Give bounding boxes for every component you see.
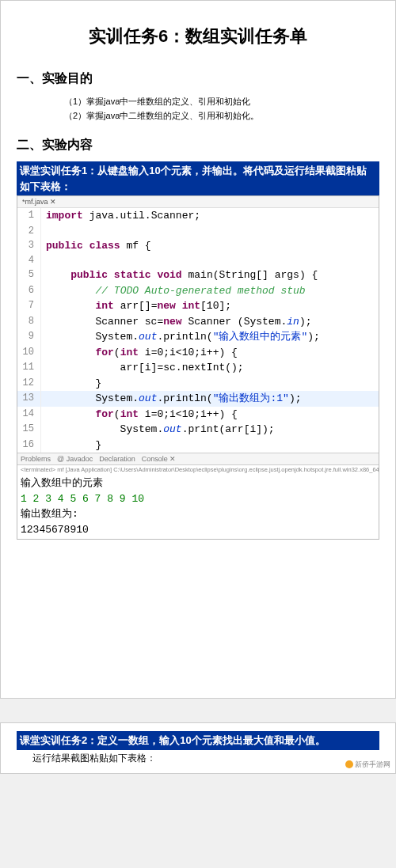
code-line: 7 int arr[]=new int[10]; xyxy=(17,298,379,314)
code-source: import java.util.Scanner; xyxy=(41,208,379,224)
section-1-items: （1）掌握java中一维数组的定义、引用和初始化 （2）掌握java中二维数组的… xyxy=(64,95,379,123)
task2-header: 课堂实训任务2：定义一数组，输入10个元素找出最大值和最小值。 xyxy=(17,731,379,750)
tab-declaration: Declaration xyxy=(99,455,135,463)
line-number: 1 xyxy=(17,208,41,224)
code-line: 2 xyxy=(17,224,379,238)
code-editor: *mf.java ✕ 1import java.util.Scanner;23p… xyxy=(17,195,379,540)
section-1-heading: 一、实验目的 xyxy=(17,70,379,87)
code-line: 8 Scanner sc=new Scanner (System.in); xyxy=(17,314,379,330)
line-number: 11 xyxy=(17,360,41,376)
line-number: 5 xyxy=(17,267,41,283)
code-line: 10 for(int i=0;i<10;i++) { xyxy=(17,345,379,361)
code-source: System.out.print(arr[i]); xyxy=(41,422,379,438)
code-line: 6 // TODO Auto-generated method stub xyxy=(17,283,379,299)
code-source: System.out.println("输入数组中的元素"); xyxy=(41,329,379,345)
line-number: 4 xyxy=(17,253,41,267)
line-number: 3 xyxy=(17,238,41,254)
code-source: public static void main(String[] args) { xyxy=(41,267,379,283)
line-number: 13 xyxy=(17,391,41,407)
code-source: } xyxy=(41,376,379,392)
line-number: 8 xyxy=(17,314,41,330)
code-source xyxy=(41,253,379,267)
code-line: 5 public static void main(String[] args)… xyxy=(17,267,379,283)
editor-tab: *mf.java ✕ xyxy=(17,196,379,208)
code-source: for(int i=0;i<10;i++) { xyxy=(41,345,379,361)
console-line: 输出数组为: xyxy=(21,506,375,522)
line-number: 14 xyxy=(17,407,41,423)
line-number: 9 xyxy=(17,329,41,345)
line-number: 7 xyxy=(17,298,41,314)
code-source: arr[i]=sc.nextInt(); xyxy=(41,360,379,376)
tab-console: Console ✕ xyxy=(142,455,177,463)
code-line: 13 System.out.println("输出数组为:1"); xyxy=(17,391,379,407)
console-line: 输入数组中的元素 xyxy=(21,476,375,491)
tab-javadoc: @ Javadoc xyxy=(57,455,93,463)
code-area: 1import java.util.Scanner;23public class… xyxy=(17,208,379,453)
section-2-heading: 二、实验内容 xyxy=(17,137,379,154)
code-source: public class mf { xyxy=(41,238,379,254)
task2-subnote: 运行结果截图粘贴如下表格： xyxy=(32,752,379,765)
task1-header: 课堂实训任务1：从键盘输入10个元素，并输出。将代码及运行结果截图粘贴如下表格： xyxy=(17,161,379,195)
code-source: // TODO Auto-generated method stub xyxy=(41,283,379,299)
watermark-icon xyxy=(345,760,353,768)
code-source: System.out.println("输出数组为:1"); xyxy=(41,391,379,407)
code-line: 1import java.util.Scanner; xyxy=(17,208,379,224)
code-line: 3public class mf { xyxy=(17,238,379,254)
watermark: 新侨手游网 xyxy=(345,760,390,770)
code-source: } xyxy=(41,438,379,453)
code-source: Scanner sc=new Scanner (System.in); xyxy=(41,314,379,330)
page-title: 实训任务6：数组实训任务单 xyxy=(17,25,379,48)
document-page-1: 实训任务6：数组实训任务单 一、实验目的 （1）掌握java中一维数组的定义、引… xyxy=(0,0,396,699)
code-line: 4 xyxy=(17,253,379,267)
console-output: 输入数组中的元素1 2 3 4 5 6 7 8 9 10输出数组为:123456… xyxy=(17,474,379,539)
code-source: for(int i=0;i<10;i++) { xyxy=(41,407,379,423)
bullet-1: （1）掌握java中一维数组的定义、引用和初始化 xyxy=(64,95,379,109)
document-page-2: 课堂实训任务2：定义一数组，输入10个元素找出最大值和最小值。 运行结果截图粘贴… xyxy=(0,722,396,774)
code-line: 16 } xyxy=(17,438,379,453)
code-line: 12 } xyxy=(17,376,379,392)
watermark-text: 新侨手游网 xyxy=(355,760,390,768)
console-run-info: <terminated> mf [Java Application] C:\Us… xyxy=(17,465,379,474)
code-line: 15 System.out.print(arr[i]); xyxy=(17,422,379,438)
line-number: 10 xyxy=(17,345,41,361)
console-line: 1 2 3 4 5 6 7 8 9 10 xyxy=(21,491,375,507)
line-number: 15 xyxy=(17,422,41,438)
console-tabs: Problems @ Javadoc Declaration Console ✕ xyxy=(17,453,379,465)
bullet-2: （2）掌握java中二维数组的定义、引用和初始化。 xyxy=(64,109,379,123)
line-number: 12 xyxy=(17,376,41,392)
tab-problems: Problems xyxy=(21,455,51,463)
console-line: 12345678910 xyxy=(21,522,375,538)
code-line: 14 for(int i=0;i<10;i++) { xyxy=(17,407,379,423)
code-source: int arr[]=new int[10]; xyxy=(41,298,379,314)
code-line: 11 arr[i]=sc.nextInt(); xyxy=(17,360,379,376)
code-line: 9 System.out.println("输入数组中的元素"); xyxy=(17,329,379,345)
line-number: 16 xyxy=(17,438,41,453)
line-number: 6 xyxy=(17,283,41,299)
line-number: 2 xyxy=(17,224,41,238)
code-source xyxy=(41,224,379,238)
page-whitespace xyxy=(17,540,379,682)
